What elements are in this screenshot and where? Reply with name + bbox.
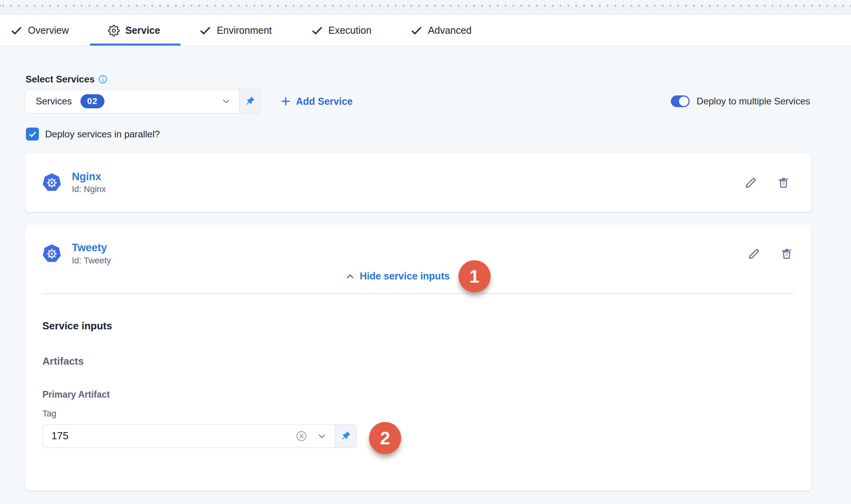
service-actions — [744, 175, 791, 190]
toggle-knob — [679, 97, 688, 106]
tag-field — [42, 424, 356, 448]
delete-icon[interactable] — [780, 247, 794, 261]
chevron-up-icon — [345, 272, 355, 281]
service-info: Tweety Id: Tweety — [72, 242, 111, 265]
hide-service-inputs-link[interactable]: Hide service inputs — [345, 270, 449, 282]
services-dropdown-value: Services — [36, 96, 72, 107]
services-count-badge: 02 — [80, 94, 104, 108]
tab-environment[interactable]: Environment — [199, 15, 272, 46]
hide-inputs-row: Hide service inputs 1 — [42, 268, 794, 284]
kubernetes-icon — [42, 244, 61, 263]
annotation-step-1: 1 — [458, 260, 491, 292]
tab-execution[interactable]: Execution — [311, 15, 372, 46]
annotation-step-2: 2 — [369, 422, 401, 454]
pipeline-canvas-strip — [0, 5, 851, 15]
tab-label: Environment — [217, 25, 272, 36]
parallel-checkbox-row: Deploy services in parallel? — [25, 128, 811, 141]
dotted-grid — [0, 5, 851, 7]
services-dropdown-main[interactable]: Services 02 — [26, 89, 239, 113]
edit-icon[interactable] — [744, 175, 758, 190]
pin-icon — [245, 96, 256, 107]
tag-input[interactable] — [43, 429, 296, 442]
tag-input-wrap — [43, 425, 335, 447]
tab-overview[interactable]: Overview — [11, 15, 69, 46]
add-service-button[interactable]: Add Service — [280, 96, 353, 107]
check-icon — [411, 25, 422, 37]
service-card-tweety: Tweety Id: Tweety Hide service inputs 1 — [25, 225, 811, 491]
chevron-down-icon[interactable] — [221, 96, 231, 106]
service-id: Id: Tweety — [72, 256, 111, 265]
services-pin-button[interactable] — [239, 89, 260, 113]
service-name-link[interactable]: Nginx — [72, 171, 106, 183]
service-actions — [747, 247, 794, 261]
tab-label: Overview — [28, 25, 69, 36]
deploy-multiple-toggle-row: Deploy to multiple Services — [671, 95, 810, 107]
info-icon[interactable] — [98, 75, 108, 84]
artifacts-heading: Artifacts — [42, 356, 794, 366]
gear-icon — [108, 25, 120, 37]
circle-x-icon[interactable] — [296, 430, 307, 442]
select-services-label: Select Services — [26, 74, 811, 85]
tab-label: Service — [125, 25, 160, 36]
services-control-row: Services 02 Add Service Deploy to — [25, 89, 811, 113]
service-card-nginx: Nginx Id: Nginx — [25, 153, 811, 212]
stage-tabbar: Overview Service Environment Execution A… — [0, 15, 851, 46]
tag-pin-button[interactable] — [335, 425, 356, 447]
tab-label: Advanced — [428, 25, 471, 36]
delete-icon[interactable] — [776, 175, 791, 190]
services-dropdown[interactable]: Services 02 — [25, 89, 261, 113]
tag-field-icons — [296, 430, 327, 442]
add-service-label: Add Service — [296, 96, 353, 107]
tab-service[interactable]: Service — [108, 15, 160, 46]
hide-service-inputs-label: Hide service inputs — [360, 270, 449, 282]
plus-icon — [280, 96, 291, 107]
service-info: Nginx Id: Nginx — [72, 171, 106, 194]
check-icon — [199, 25, 211, 37]
select-services-text: Select Services — [26, 74, 95, 85]
kubernetes-icon — [42, 173, 61, 192]
check-icon — [28, 130, 37, 139]
deploy-multiple-toggle[interactable] — [671, 95, 690, 107]
pin-icon — [340, 431, 351, 442]
tab-label: Execution — [329, 25, 372, 36]
deploy-multiple-toggle-label: Deploy to multiple Services — [697, 96, 810, 107]
tag-row: 2 — [42, 424, 794, 448]
tab-advanced[interactable]: Advanced — [411, 15, 471, 46]
parallel-checkbox[interactable] — [26, 128, 39, 141]
service-inputs-title: Service inputs — [42, 321, 794, 331]
parallel-checkbox-label: Deploy services in parallel? — [45, 129, 160, 140]
service-name-link[interactable]: Tweety — [72, 242, 111, 254]
edit-icon[interactable] — [747, 247, 761, 261]
tag-label: Tag — [42, 409, 794, 418]
check-icon — [311, 25, 323, 37]
chevron-down-icon[interactable] — [317, 431, 327, 441]
service-id: Id: Nginx — [72, 184, 106, 194]
section-divider — [42, 293, 794, 294]
primary-artifact-heading: Primary Artifact — [42, 390, 794, 399]
check-icon — [11, 25, 22, 37]
service-header: Tweety Id: Tweety — [42, 225, 794, 265]
